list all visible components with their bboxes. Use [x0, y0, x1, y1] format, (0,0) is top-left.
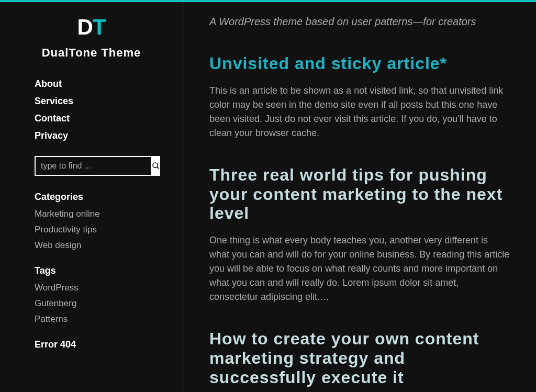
category-productivity-tips[interactable]: Productivity tips	[35, 225, 97, 234]
nav-privacy[interactable]: Privacy	[35, 130, 68, 141]
page-container: DT DualTone Theme About Services Contact…	[0, 2, 536, 392]
article-title-link[interactable]: Unvisited and sticky article*	[209, 54, 447, 73]
nav-services[interactable]: Services	[35, 96, 73, 106]
categories-heading: Categories	[35, 192, 183, 203]
nav-about[interactable]: About	[35, 79, 62, 89]
categories-list: Marketing online Productivity tips Web d…	[35, 209, 183, 251]
nav-contact[interactable]: Contact	[35, 113, 70, 124]
svg-line-1	[157, 167, 159, 169]
category-web-design[interactable]: Web design	[35, 240, 81, 250]
tag-gutenberg[interactable]: Gutenberg	[35, 298, 76, 308]
primary-nav: About Services Contact Privacy	[35, 79, 183, 141]
article-item: Unvisited and sticky article* This is an…	[209, 54, 510, 140]
site-logo[interactable]: DT	[35, 15, 183, 40]
article-excerpt: This is an article to be shown as a not …	[209, 84, 510, 140]
error-404-link[interactable]: Error 404	[35, 339, 76, 350]
site-tagline: A WordPress theme based on user patterns…	[209, 16, 510, 28]
article-title-link[interactable]: How to create your own content marketing…	[209, 329, 479, 387]
site-title[interactable]: DualTone Theme	[35, 46, 183, 60]
article-title: Three real world tips for pushing your c…	[209, 165, 510, 223]
search-icon	[152, 162, 160, 170]
logo-letter-d: D	[77, 15, 93, 39]
tags-heading: Tags	[35, 265, 183, 276]
tag-wordpress[interactable]: WordPress	[35, 283, 79, 293]
sidebar: DT DualTone Theme About Services Contact…	[0, 2, 183, 392]
search-form	[35, 156, 157, 176]
search-button[interactable]	[152, 156, 160, 176]
tag-patterns[interactable]: Patterns	[35, 314, 68, 324]
logo-letter-t: T	[93, 15, 106, 39]
search-input[interactable]	[35, 156, 152, 176]
tags-list: WordPress Gutenberg Patterns	[35, 283, 183, 324]
category-marketing-online[interactable]: Marketing online	[35, 209, 100, 219]
article-title: How to create your own content marketing…	[209, 329, 510, 387]
article-excerpt: One thing is what every body teaches you…	[209, 233, 510, 304]
article-item: Three real world tips for pushing your c…	[209, 165, 510, 304]
article-title-link[interactable]: Three real world tips for pushing your c…	[209, 165, 502, 223]
article-title: Unvisited and sticky article*	[209, 54, 510, 73]
main-content: A WordPress theme based on user patterns…	[183, 2, 536, 392]
article-item: How to create your own content marketing…	[209, 329, 510, 392]
svg-point-0	[153, 163, 158, 167]
